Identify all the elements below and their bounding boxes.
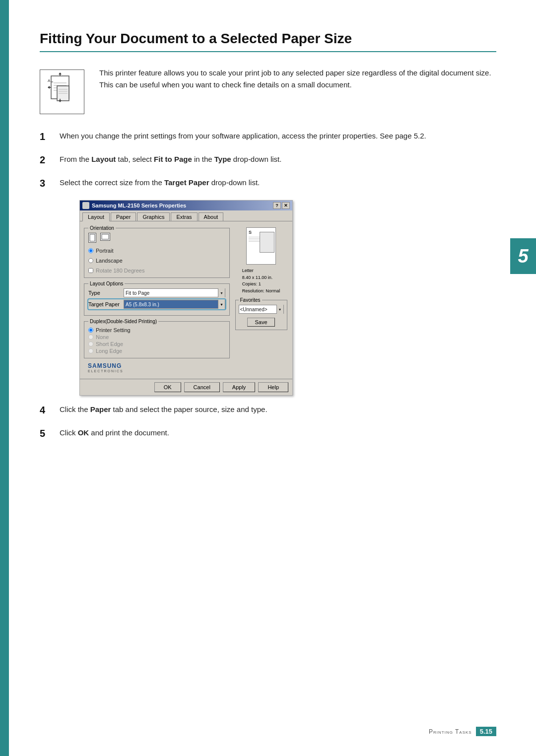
tab-layout[interactable]: Layout (82, 212, 110, 221)
favorites-dropdown[interactable]: <Unnamed> ▼ (239, 305, 284, 314)
page-title: Fitting Your Document to a Selected Pape… (40, 30, 496, 52)
paper-info: Letter 8.40 x 11.00 in. Copies: 1 Resolu… (242, 268, 280, 294)
portrait-radio-row: Portrait (88, 248, 144, 254)
step-3-text: Select the correct size from the Target … (60, 177, 260, 189)
reverse-checkbox[interactable] (88, 268, 93, 273)
ok-button[interactable]: OK (154, 382, 181, 392)
orientation-legend: Orientation (88, 225, 116, 231)
paper-size-label: Letter (242, 268, 280, 275)
layout-options-legend: Layout Options (88, 281, 125, 286)
reverse-label: Rotate 180 Degrees (96, 268, 144, 274)
help-button[interactable]: ? (273, 202, 281, 209)
orientation-fieldset: Orientation (84, 225, 230, 278)
duplex-printer-setting-label: Printer Setting (96, 327, 131, 333)
portrait-label: Portrait (96, 248, 113, 254)
layout-options-fieldset: Layout Options Type Fit to Page ▼ (84, 281, 230, 316)
step-4-number: 4 (40, 404, 51, 416)
duplex-long-edge-radio[interactable] (88, 348, 93, 353)
svg-marker-14 (48, 86, 50, 89)
tab-extras[interactable]: Extras (171, 212, 197, 221)
duplex-printer-setting-radio[interactable] (88, 328, 93, 333)
samsung-logo: SAMSUNG ELECTRONICS (88, 362, 124, 373)
paper-preview-container: S (246, 227, 276, 265)
target-paper-row: Target Paper A5 (5.8x8.3 in.) ▼ (88, 299, 225, 309)
favorites-value: <Unnamed> (240, 307, 268, 312)
step-2-text: From the Layout tab, select Fit to Page … (60, 153, 281, 165)
duplex-none-row: None (88, 334, 225, 340)
dialog-titlebar-left: Samsung ML-2150 Series Properties (82, 202, 186, 209)
reverse-checkbox-row: Rotate 180 Degrees (88, 268, 144, 274)
type-dropdown[interactable]: Fit to Page ▼ (124, 288, 225, 297)
tab-graphics[interactable]: Graphics (137, 212, 170, 221)
duplex-short-edge-radio[interactable] (88, 342, 93, 346)
dialog-right-panel: S Letter 8.40 x (234, 225, 288, 375)
cancel-button[interactable]: Cancel (184, 382, 220, 392)
target-paper-value: A5 (5.8x8.3 in.) (126, 302, 159, 307)
save-button[interactable]: Save (247, 318, 274, 327)
dialog-left-panel: Orientation (84, 225, 230, 375)
duplex-none-label: None (96, 334, 109, 340)
duplex-short-edge-label: Short Edge (96, 341, 123, 347)
portrait-radio[interactable] (88, 248, 93, 253)
page-footer: Printing Tasks 5.15 (429, 727, 496, 736)
step-5-number: 5 (40, 427, 51, 439)
landscape-radio[interactable] (88, 258, 93, 263)
samsung-logo-area: SAMSUNG ELECTRONICS (84, 360, 230, 375)
target-paper-label: Target Paper (88, 301, 121, 307)
dialog-titlebar-buttons[interactable]: ? ✕ (273, 202, 290, 209)
dialog-body: Orientation (80, 221, 292, 379)
dialog-tabs: Layout Paper Graphics Extras About (80, 210, 292, 221)
step-5: 5 Click OK and print the document. (40, 427, 496, 439)
dialog-buttons: OK Cancel Apply Help (80, 379, 292, 395)
paper-preview: S (246, 227, 276, 265)
resolution-label: Resolution: Normal (242, 288, 280, 295)
dialog-window: Samsung ML-2150 Series Properties ? ✕ La… (79, 200, 293, 396)
step-1-number: 1 (40, 130, 51, 142)
favorites-arrow: ▼ (276, 305, 283, 314)
favorites-fieldset: Favorites <Unnamed> ▼ Save (235, 297, 287, 330)
left-border (0, 0, 9, 756)
step-3-number: 3 (40, 177, 51, 189)
step-1: 1 When you change the print settings fro… (40, 130, 496, 142)
target-paper-dropdown[interactable]: A5 (5.8x8.3 in.) ▼ (124, 300, 225, 309)
tab-paper[interactable]: Paper (111, 212, 136, 221)
intro-text: This printer feature allows you to scale… (99, 67, 496, 91)
paper-dimensions: 8.40 x 11.00 in. (242, 275, 280, 281)
tab-about[interactable]: About (199, 212, 224, 221)
svg-rect-18 (102, 234, 109, 239)
step-4-text: Click the Paper tab and select the paper… (60, 404, 268, 415)
portrait-icon (88, 233, 96, 243)
duplex-none-radio[interactable] (88, 335, 93, 340)
step-1-text: When you change the print settings from … (60, 130, 426, 142)
step-5-text: Click OK and print the document. (60, 427, 169, 439)
step-2: 2 From the Layout tab, select Fit to Pag… (40, 153, 496, 166)
type-dropdown-arrow: ▼ (218, 288, 225, 297)
orientation-icons (88, 233, 144, 243)
duplex-long-edge-label: Long Edge (96, 348, 122, 354)
duplex-printer-setting-row: Printer Setting (88, 327, 225, 333)
help-dialog-button[interactable]: Help (258, 382, 288, 392)
svg-text:A: A (48, 78, 51, 83)
intro-section: A This printer feature allows you to sca… (40, 67, 496, 114)
apply-button[interactable]: Apply (223, 382, 256, 392)
footer-page: 5.15 (476, 727, 496, 736)
svg-marker-12 (59, 100, 62, 102)
duplex-long-edge-row: Long Edge (88, 348, 225, 354)
footer-label: Printing Tasks (429, 728, 472, 735)
inner-page-preview (260, 232, 274, 253)
step-4: 4 Click the Paper tab and select the pap… (40, 404, 496, 416)
save-btn-container: Save (239, 316, 284, 327)
landscape-label: Landscape (96, 258, 123, 264)
dialog-title: Samsung ML-2150 Series Properties (92, 203, 186, 208)
close-button[interactable]: ✕ (282, 202, 290, 209)
copies-label: Copies: 1 (242, 281, 280, 288)
duplex-legend: Duplex(Double-Sided Printing) (88, 319, 158, 324)
dialog-titlebar: Samsung ML-2150 Series Properties ? ✕ (80, 201, 292, 210)
favorites-legend: Favorites (239, 297, 262, 303)
svg-marker-10 (59, 72, 62, 74)
target-paper-arrow: ▼ (218, 300, 225, 309)
type-row: Type Fit to Page ▼ (88, 288, 225, 297)
type-dropdown-value: Fit to Page (126, 290, 149, 296)
type-label: Type (88, 290, 121, 296)
steps-container: 1 When you change the print settings fro… (40, 130, 496, 439)
